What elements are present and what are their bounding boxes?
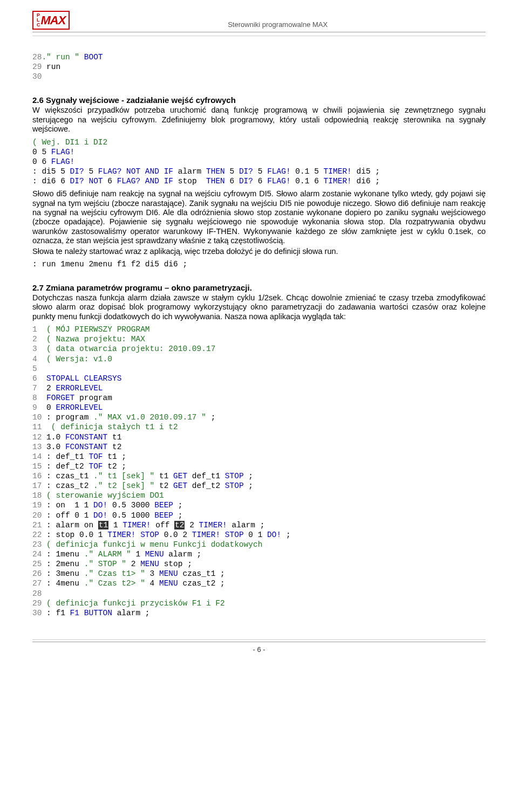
line-num: 13 bbox=[32, 443, 42, 451]
line-num: 24 bbox=[32, 550, 42, 559]
code-text: : program bbox=[42, 413, 88, 422]
code-text: 6 bbox=[225, 177, 234, 185]
code-block-main: 1 ( MÓJ PIERWSZY PROGRAM 2 ( Nazwa proje… bbox=[32, 325, 486, 618]
code-text: DO! bbox=[88, 501, 107, 510]
code-text: ." ALARM " bbox=[79, 550, 131, 559]
code-block-run: : run 1menu 2menu f1 f2 di5 di6 ; bbox=[32, 259, 486, 269]
code-text: FCONSTANT bbox=[60, 433, 107, 442]
line-num: 21 bbox=[32, 521, 42, 529]
code-text: 2 bbox=[126, 560, 135, 568]
code-text: ( data otwarcia projektu: 2010.09.17 bbox=[37, 345, 216, 353]
code-text: MENU bbox=[154, 579, 178, 588]
code-text: DO! bbox=[262, 531, 281, 539]
line-num: 11 bbox=[32, 423, 42, 431]
code-text: : def_t2 bbox=[42, 462, 84, 471]
code-text: 1 bbox=[131, 550, 140, 559]
line-num: 26 bbox=[32, 569, 42, 578]
code-text: MENU bbox=[140, 550, 164, 559]
header-rule bbox=[32, 36, 486, 36]
para-di2: Słowa te należy startować wraz z aplikac… bbox=[32, 247, 486, 256]
code-text: FLAG! bbox=[46, 157, 74, 166]
code-text: FLAG? AND IF bbox=[112, 177, 173, 185]
page-header: PLC MAX Sterowniki programowalne MAX bbox=[32, 11, 486, 32]
code-text: 1.0 bbox=[42, 433, 60, 442]
code-text: alarm ; bbox=[227, 521, 265, 529]
code-text: ERRORLEVEL bbox=[51, 384, 103, 393]
line-num: 12 bbox=[32, 433, 42, 442]
code-text: ( sterowanie wyjściem DO1 bbox=[42, 491, 163, 500]
code-text: 0 1 bbox=[244, 531, 263, 539]
code-text: THEN bbox=[201, 177, 225, 185]
header-title: Sterowniki programowalne MAX bbox=[70, 20, 486, 30]
section-27-title: 2.7 Zmiana parametrów programu – okno pa… bbox=[32, 283, 486, 292]
code-block-di: ( Wej. DI1 i DI2 0 5 FLAG! 0 6 FLAG! : d… bbox=[32, 137, 486, 187]
code-text: FLAG! bbox=[46, 148, 74, 156]
code-text: TOF bbox=[84, 452, 103, 461]
code-text: FCONSTANT bbox=[60, 443, 107, 451]
page: PLC MAX Sterowniki programowalne MAX 28.… bbox=[0, 0, 518, 664]
code-text: 0 5 bbox=[32, 148, 46, 156]
code-text: DI? bbox=[65, 167, 84, 176]
code-text: ( Wersja: v1.0 bbox=[37, 355, 112, 363]
code-text: STOP bbox=[220, 472, 244, 480]
code-text: BEEP bbox=[150, 511, 174, 520]
code-text: TIMER! bbox=[194, 521, 227, 529]
code-text: TIMER! bbox=[319, 177, 352, 185]
code-text: 0.0 2 bbox=[159, 531, 187, 539]
code-text: ; bbox=[281, 531, 290, 539]
code-text: FLAG? NOT AND IF bbox=[93, 167, 173, 176]
line-num: 14 bbox=[32, 452, 42, 461]
line-num: 25 bbox=[32, 560, 42, 568]
section-27-p1: Dotychczas nasza funkcja alarm działa za… bbox=[32, 293, 486, 321]
code-text: : czas_t2 bbox=[42, 481, 88, 490]
code-text: 1 bbox=[108, 521, 118, 529]
code-text: ; bbox=[206, 413, 215, 422]
code-block-top: 28." run " BOOT 29 run 30 bbox=[32, 52, 486, 81]
code-text: : czas_t1 bbox=[42, 472, 88, 480]
line-num: 19 bbox=[32, 501, 42, 510]
code-text: off bbox=[151, 521, 175, 529]
code-text: : 3menu bbox=[42, 569, 79, 578]
line-num: 15 bbox=[32, 462, 42, 471]
code-text: ." STOP " bbox=[79, 560, 126, 568]
code-text: 5 bbox=[253, 167, 262, 176]
line-num: 29 bbox=[32, 599, 42, 608]
logo: PLC MAX bbox=[32, 11, 70, 30]
code-text: t1 bbox=[107, 433, 121, 442]
code-text: DI? bbox=[234, 177, 253, 185]
code-text: BEEP bbox=[150, 501, 174, 510]
code-text: alarm ; bbox=[112, 609, 150, 617]
code-text: ; bbox=[173, 511, 182, 520]
line-num: 30 bbox=[32, 72, 42, 81]
code-text: 6 bbox=[253, 177, 262, 185]
code-text: 2 bbox=[185, 521, 194, 529]
line-num: 1 bbox=[32, 325, 37, 334]
code-highlight: t2 bbox=[174, 521, 185, 529]
code-text: ( definicja stałych t1 i t2 bbox=[42, 423, 178, 431]
code-text: ; bbox=[244, 481, 253, 490]
code-text: stop ; bbox=[159, 560, 192, 568]
code-text: 0.1 5 bbox=[291, 167, 319, 176]
code-text: 3.0 bbox=[42, 443, 60, 451]
code-text: ERRORLEVEL bbox=[51, 403, 103, 412]
code-text: di6 ; bbox=[352, 177, 380, 185]
code-text: : run 1menu 2menu f1 f2 di5 di6 ; bbox=[32, 260, 187, 269]
line-num: 28 bbox=[32, 53, 42, 61]
code-text: FLAG! bbox=[262, 177, 290, 185]
code-text: ." run " bbox=[42, 53, 79, 61]
code-text: t1 ; bbox=[103, 452, 127, 461]
code-text: czas_t2 ; bbox=[178, 579, 225, 588]
section-26-title: 2.6 Sygnały wejściowe - zadziałanie wejś… bbox=[32, 95, 486, 105]
line-num: 5 bbox=[32, 364, 37, 373]
code-text: : di5 5 bbox=[32, 167, 65, 176]
code-text: 6 bbox=[103, 177, 112, 185]
page-footer: - 6 - bbox=[32, 639, 486, 653]
code-text: : off 0 1 bbox=[42, 511, 88, 520]
code-text: FORGET bbox=[37, 394, 75, 402]
line-num: 9 bbox=[32, 403, 37, 412]
code-text: MENU bbox=[135, 560, 159, 568]
code-text: : 2menu bbox=[42, 560, 79, 568]
line-num: 28 bbox=[32, 589, 42, 598]
line-num: 2 bbox=[32, 335, 37, 343]
code-text: DI? NOT bbox=[65, 177, 103, 185]
